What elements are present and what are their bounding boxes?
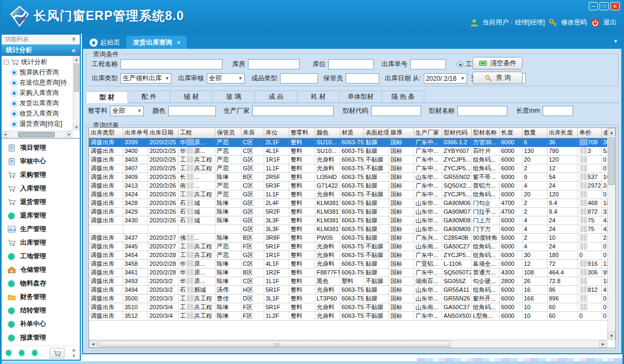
table-row[interactable]: 调拨出库34292020/2/26石▒▒城陈琳G区5R2F整料KLM381760… [89, 207, 614, 216]
sidebar-module[interactable]: 退库管理 [2, 209, 80, 222]
grid-horizontal-scrollbar[interactable]: ◄ ► [89, 340, 607, 348]
table-row[interactable]: 调拨出库34302020/2/26石▒▒城陈琳G区3L3F整料KLM381760… [89, 216, 614, 225]
column-header[interactable]: 数量 [522, 128, 547, 138]
column-header[interactable]: 库位 [264, 128, 289, 138]
date-from-picker[interactable]: 2020/ 2/16▼ [424, 73, 467, 84]
table-row[interactable]: 调拨出库34132020/2/26南▒▒...严思C区5R3F整料G714226… [89, 181, 614, 190]
project-name-input[interactable] [120, 59, 222, 69]
change-password-link[interactable]: 修改密码 [561, 18, 587, 27]
scroll-thumb[interactable] [18, 132, 55, 137]
product-type-input[interactable] [280, 73, 318, 84]
order-no-input[interactable] [410, 59, 446, 69]
cart-module-button[interactable] [49, 348, 65, 359]
column-header[interactable]: 颜色 [315, 128, 340, 138]
minimize-button[interactable]: ─ [589, 2, 598, 10]
column-header[interactable]: 出库类型 [89, 128, 123, 138]
scroll-thumb[interactable] [74, 63, 79, 92]
material-tab[interactable]: 配 件 [128, 91, 170, 102]
tree-item[interactable]: 预算执行查询 [11, 67, 73, 78]
tree-vertical-scrollbar[interactable]: ▲▼ [73, 56, 80, 131]
table-row[interactable]: 调拨出库34542020/2/28工▒▒共工程严思G区1R1F整料光身料6063… [89, 251, 614, 259]
column-header[interactable]: 出库单号 [123, 128, 148, 138]
stats-section-header[interactable]: 统计分析 « [2, 44, 80, 56]
audit-select[interactable]: 全部▼ [207, 73, 245, 84]
column-header[interactable]: 膜厚 [389, 128, 413, 138]
material-tab[interactable]: 成 品 [255, 91, 297, 102]
logout-link[interactable]: 退出 [603, 18, 616, 27]
maker-input[interactable] [252, 106, 334, 116]
sidebar-module[interactable]: 补单中心 [2, 317, 80, 331]
sidebar-module[interactable]: 结转管理 [2, 304, 80, 317]
collapse-icon[interactable]: « [72, 47, 75, 54]
table-row[interactable]: 调拨出库33992020/2/25华▒▒原...严思C区2L1F整料SU10..… [89, 138, 614, 146]
length-input[interactable] [543, 106, 573, 116]
table-row[interactable]: 调拨出库34582020/2/28华▒▒原...陈琳C区4L1F整料光身料606… [89, 259, 614, 268]
table-row[interactable]: 调拨出库34942020/3/2石▒▒辉城汤伟H区5R1F整料光身料6063-T… [89, 285, 614, 294]
table-row[interactable]: 调拨出库34282020/2/26石▒▒城陈琳G区2L4F整料KLM381760… [89, 199, 614, 207]
warehouse-input[interactable] [248, 59, 300, 69]
material-tab[interactable]: 玻 璃 [213, 91, 255, 102]
column-header[interactable]: 库房 [241, 128, 264, 138]
column-header[interactable]: 出库日期 [148, 128, 178, 138]
keeper-input[interactable] [346, 73, 379, 84]
material-tab[interactable]: 耗 材 [297, 91, 340, 102]
search-button[interactable]: 查 询 [473, 72, 523, 84]
sidebar-module[interactable]: 工地管理 [2, 250, 80, 263]
column-header[interactable]: 表面处理 [364, 128, 389, 138]
tree-item[interactable]: 收货入库查询 [11, 108, 73, 119]
sidebar-module[interactable]: 退货管理 [2, 195, 80, 209]
scroll-thumb[interactable] [98, 341, 450, 347]
material-tab[interactable]: 型 材 [86, 91, 128, 103]
material-tab[interactable]: 单体型材 [340, 91, 382, 102]
tab-close-icon[interactable]: × [177, 39, 180, 46]
profile-code-input[interactable] [371, 106, 421, 116]
sidebar-module[interactable]: 报废管理 [2, 331, 80, 344]
profile-name-input[interactable] [457, 106, 507, 116]
sidebar-module[interactable]: 物料盘存 [2, 277, 80, 290]
table-row[interactable]: 调拨出库34612020/2/28华▒▒原...陈琳B区1R2F整料F8877F… [89, 268, 614, 277]
tree-item[interactable]: 采购入库查询 [11, 88, 73, 98]
out-type-select[interactable]: 生产领料出库▼ [120, 73, 171, 84]
tree-expander-icon[interactable]: − [4, 60, 9, 65]
material-tab[interactable]: 辅 材 [170, 91, 213, 102]
table-row[interactable]: 调拨出库35102020/3/4工▒▒共工程陈琳F区5R1F整料光身料6063-… [89, 303, 614, 311]
tab-home[interactable]: 起始页 [83, 36, 126, 49]
column-header[interactable]: 型材代码 [442, 128, 471, 138]
sidebar-module[interactable]: 出库管理 [2, 236, 80, 250]
grid-vertical-scrollbar[interactable]: ▲▼ [607, 128, 615, 340]
table-row[interactable]: 调拨出库34372020/2/27佛▒▒...陈琳B区3R8F整料PW05606… [89, 233, 614, 242]
tab-shipment-query[interactable]: 发货出库查询 × [126, 36, 187, 49]
column-header[interactable]: 生产厂家 [413, 128, 442, 138]
scroll-thumb[interactable] [608, 137, 615, 185]
table-row[interactable]: 调拨出库34002020/2/25华▒▒原...严思C区4L1F整料SU10..… [89, 146, 614, 155]
module-dot-icon[interactable] [19, 350, 24, 356]
sidebar-module[interactable]: 生产管理 [2, 222, 80, 236]
column-header[interactable]: 保管员 [215, 128, 241, 138]
tab-list-caret-icon[interactable]: ▾ [614, 38, 617, 44]
color-input[interactable] [168, 106, 216, 116]
sidebar-module[interactable]: 仓储管理 [2, 263, 80, 277]
pin-icon[interactable] [71, 37, 77, 42]
column-header[interactable]: 材质 [340, 128, 364, 138]
close-button[interactable]: ✕ [610, 2, 620, 10]
sidebar-module[interactable]: 财务管理 [2, 290, 80, 304]
column-header[interactable]: 工程 [178, 128, 215, 138]
table-row[interactable]: 调拨出库34092020/2/25长▒▒...陈琳B区2R5F整料LI35HD6… [89, 173, 614, 181]
table-row[interactable]: 调拨出库35002020/3/3工▒▒共工程曹佳D区3L1F整料LT3P6060… [89, 294, 614, 303]
tree-item[interactable]: 退货查询[待定] [11, 119, 73, 129]
sidebar-module[interactable]: 采购管理 [2, 168, 80, 182]
module-dot-icon[interactable] [6, 350, 11, 356]
module-dot-icon[interactable] [32, 350, 37, 356]
sidebar-module[interactable]: 入库管理 [2, 182, 80, 195]
table-row[interactable]: G区3L3F整料KLM38176063-T5贴膜国标山东华...GA90M09.… [89, 225, 614, 233]
column-header[interactable]: 长度 [499, 128, 522, 138]
tree-item[interactable]: 发货出库查询 [11, 98, 73, 108]
location-input[interactable] [328, 59, 374, 69]
column-header[interactable]: 单价 [577, 128, 601, 138]
column-header[interactable]: 出库长度 [547, 128, 577, 138]
table-row[interactable]: 调拨出库34452020/2/27工▒▒共工程严思F区5R1F整料光身料6063… [89, 242, 614, 251]
whole-part-select[interactable]: 全部▼ [110, 106, 144, 116]
tree-horizontal-scrollbar[interactable]: ◄► [2, 131, 73, 138]
table-row[interactable]: 调拨出库34072020/2/25工▒▒共工程严思G区1L1F整料光身料6063… [89, 164, 614, 173]
maximize-button[interactable]: □ [600, 2, 609, 10]
